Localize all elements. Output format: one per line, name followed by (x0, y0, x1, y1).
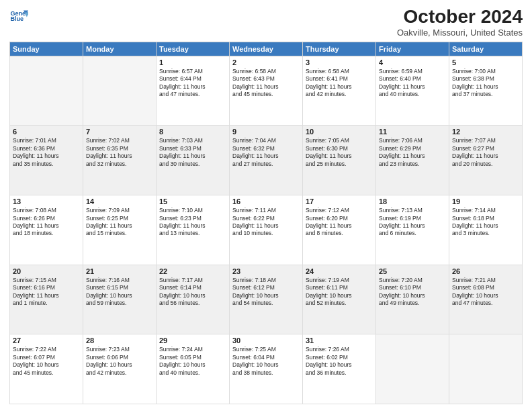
calendar-cell: 26Sunrise: 7:21 AMSunset: 6:08 PMDayligh… (449, 265, 523, 334)
calendar-cell: 16Sunrise: 7:11 AMSunset: 6:22 PMDayligh… (230, 195, 303, 265)
calendar-cell: 30Sunrise: 7:25 AMSunset: 6:04 PMDayligh… (230, 334, 303, 404)
day-number: 4 (379, 58, 446, 66)
weekday-header-row: SundayMondayTuesdayWednesdayThursdayFrid… (10, 42, 523, 56)
cell-info: Sunrise: 7:02 AMSunset: 6:35 PMDaylight:… (86, 137, 153, 168)
calendar-row: 27Sunrise: 7:22 AMSunset: 6:07 PMDayligh… (10, 334, 523, 404)
day-number: 1 (159, 58, 226, 66)
day-number: 3 (306, 58, 373, 66)
day-number: 12 (452, 128, 519, 136)
calendar-cell: 25Sunrise: 7:20 AMSunset: 6:10 PMDayligh… (376, 265, 449, 334)
logo-icon: General Blue (9, 7, 28, 26)
cell-info: Sunrise: 7:20 AMSunset: 6:10 PMDaylight:… (379, 277, 446, 308)
cell-info: Sunrise: 7:01 AMSunset: 6:36 PMDaylight:… (13, 137, 80, 168)
calendar-cell: 24Sunrise: 7:19 AMSunset: 6:11 PMDayligh… (303, 265, 376, 334)
day-number: 8 (159, 128, 226, 136)
cell-info: Sunrise: 7:23 AMSunset: 6:06 PMDaylight:… (86, 346, 153, 377)
day-number: 7 (86, 128, 153, 136)
month-title: October 2024 (397, 7, 523, 28)
day-number: 9 (232, 128, 300, 136)
calendar-row: 20Sunrise: 7:15 AMSunset: 6:16 PMDayligh… (10, 265, 523, 334)
calendar-cell: 14Sunrise: 7:09 AMSunset: 6:25 PMDayligh… (83, 195, 157, 265)
day-number: 17 (306, 197, 373, 205)
weekday-header-cell: Thursday (303, 42, 376, 56)
calendar-row: 6Sunrise: 7:01 AMSunset: 6:36 PMDaylight… (10, 126, 523, 195)
day-number: 30 (232, 336, 300, 345)
calendar-cell: 3Sunrise: 6:58 AMSunset: 6:41 PMDaylight… (303, 56, 376, 126)
location-title: Oakville, Missouri, United States (397, 28, 523, 38)
cell-info: Sunrise: 6:58 AMSunset: 6:41 PMDaylight:… (306, 68, 373, 99)
page: General Blue October 2024 Oakville, Miss… (0, 0, 532, 411)
calendar-cell: 22Sunrise: 7:17 AMSunset: 6:14 PMDayligh… (157, 265, 230, 334)
calendar-cell: 10Sunrise: 7:05 AMSunset: 6:30 PMDayligh… (303, 126, 376, 195)
day-number: 2 (232, 58, 300, 66)
cell-info: Sunrise: 7:26 AMSunset: 6:02 PMDaylight:… (306, 346, 373, 377)
cell-info: Sunrise: 6:59 AMSunset: 6:40 PMDaylight:… (379, 68, 446, 99)
day-number: 19 (452, 197, 519, 205)
weekday-header-cell: Monday (83, 42, 157, 56)
svg-text:Blue: Blue (10, 15, 24, 22)
cell-info: Sunrise: 7:22 AMSunset: 6:07 PMDaylight:… (13, 346, 80, 377)
calendar-cell: 12Sunrise: 7:07 AMSunset: 6:27 PMDayligh… (449, 126, 523, 195)
cell-info: Sunrise: 7:14 AMSunset: 6:18 PMDaylight:… (452, 207, 519, 238)
day-number: 15 (159, 197, 226, 205)
weekday-header-cell: Saturday (449, 42, 523, 56)
cell-info: Sunrise: 7:04 AMSunset: 6:32 PMDaylight:… (232, 137, 300, 168)
calendar-cell: 31Sunrise: 7:26 AMSunset: 6:02 PMDayligh… (303, 334, 376, 404)
cell-info: Sunrise: 7:19 AMSunset: 6:11 PMDaylight:… (306, 277, 373, 308)
calendar-cell: 13Sunrise: 7:08 AMSunset: 6:26 PMDayligh… (10, 195, 83, 265)
calendar-cell: 27Sunrise: 7:22 AMSunset: 6:07 PMDayligh… (10, 334, 83, 404)
day-number: 31 (306, 336, 373, 345)
weekday-header-cell: Sunday (10, 42, 83, 56)
calendar-cell: 28Sunrise: 7:23 AMSunset: 6:06 PMDayligh… (83, 334, 157, 404)
cell-info: Sunrise: 6:58 AMSunset: 6:43 PMDaylight:… (232, 68, 300, 99)
calendar-cell: 18Sunrise: 7:13 AMSunset: 6:19 PMDayligh… (376, 195, 449, 265)
calendar-row: 13Sunrise: 7:08 AMSunset: 6:26 PMDayligh… (10, 195, 523, 265)
day-number: 22 (159, 267, 226, 275)
day-number: 13 (13, 197, 80, 205)
cell-info: Sunrise: 6:57 AMSunset: 6:44 PMDaylight:… (159, 68, 226, 99)
cell-info: Sunrise: 7:09 AMSunset: 6:25 PMDaylight:… (86, 207, 153, 238)
day-number: 5 (452, 58, 519, 66)
calendar-body: 1Sunrise: 6:57 AMSunset: 6:44 PMDaylight… (10, 56, 523, 404)
day-number: 20 (13, 267, 80, 275)
calendar-cell: 6Sunrise: 7:01 AMSunset: 6:36 PMDaylight… (10, 126, 83, 195)
cell-info: Sunrise: 7:12 AMSunset: 6:20 PMDaylight:… (306, 207, 373, 238)
cell-info: Sunrise: 7:06 AMSunset: 6:29 PMDaylight:… (379, 137, 446, 168)
calendar-cell: 19Sunrise: 7:14 AMSunset: 6:18 PMDayligh… (449, 195, 523, 265)
calendar-cell: 20Sunrise: 7:15 AMSunset: 6:16 PMDayligh… (10, 265, 83, 334)
cell-info: Sunrise: 7:17 AMSunset: 6:14 PMDaylight:… (159, 277, 226, 308)
day-number: 26 (452, 267, 519, 275)
calendar-cell: 5Sunrise: 7:00 AMSunset: 6:38 PMDaylight… (449, 56, 523, 126)
cell-info: Sunrise: 7:05 AMSunset: 6:30 PMDaylight:… (306, 137, 373, 168)
calendar-cell (449, 334, 523, 404)
cell-info: Sunrise: 7:03 AMSunset: 6:33 PMDaylight:… (159, 137, 226, 168)
calendar-cell (10, 56, 83, 126)
cell-info: Sunrise: 7:00 AMSunset: 6:38 PMDaylight:… (452, 68, 519, 99)
cell-info: Sunrise: 7:21 AMSunset: 6:08 PMDaylight:… (452, 277, 519, 308)
calendar-cell (83, 56, 157, 126)
day-number: 11 (379, 128, 446, 136)
day-number: 25 (379, 267, 446, 275)
day-number: 28 (86, 336, 153, 345)
day-number: 23 (232, 267, 300, 275)
day-number: 14 (86, 197, 153, 205)
day-number: 29 (159, 336, 226, 345)
calendar-cell: 4Sunrise: 6:59 AMSunset: 6:40 PMDaylight… (376, 56, 449, 126)
weekday-header-cell: Tuesday (157, 42, 230, 56)
day-number: 16 (232, 197, 300, 205)
calendar-cell: 29Sunrise: 7:24 AMSunset: 6:05 PMDayligh… (157, 334, 230, 404)
calendar-cell: 9Sunrise: 7:04 AMSunset: 6:32 PMDaylight… (230, 126, 303, 195)
cell-info: Sunrise: 7:13 AMSunset: 6:19 PMDaylight:… (379, 207, 446, 238)
calendar-cell: 8Sunrise: 7:03 AMSunset: 6:33 PMDaylight… (157, 126, 230, 195)
cell-info: Sunrise: 7:18 AMSunset: 6:12 PMDaylight:… (232, 277, 300, 308)
title-area: October 2024 Oakville, Missouri, United … (397, 7, 523, 38)
cell-info: Sunrise: 7:07 AMSunset: 6:27 PMDaylight:… (452, 137, 519, 168)
calendar-cell: 7Sunrise: 7:02 AMSunset: 6:35 PMDaylight… (83, 126, 157, 195)
calendar-cell: 1Sunrise: 6:57 AMSunset: 6:44 PMDaylight… (157, 56, 230, 126)
calendar-cell: 23Sunrise: 7:18 AMSunset: 6:12 PMDayligh… (230, 265, 303, 334)
calendar-row: 1Sunrise: 6:57 AMSunset: 6:44 PMDaylight… (10, 56, 523, 126)
calendar-cell: 15Sunrise: 7:10 AMSunset: 6:23 PMDayligh… (157, 195, 230, 265)
cell-info: Sunrise: 7:10 AMSunset: 6:23 PMDaylight:… (159, 207, 226, 238)
day-number: 24 (306, 267, 373, 275)
calendar-cell (376, 334, 449, 404)
